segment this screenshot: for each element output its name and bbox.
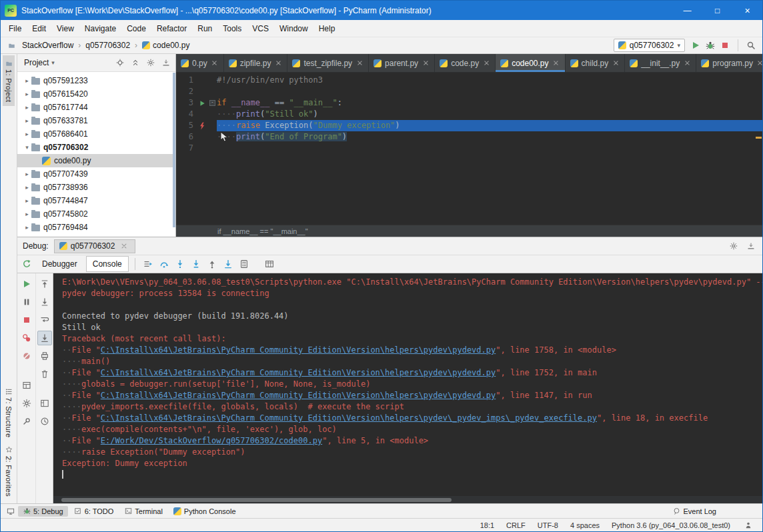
mute-breakpoints-button[interactable] [19,349,34,363]
chevron-down-icon[interactable]: ▾ [23,144,31,151]
chevron-right-icon[interactable]: ▸ [23,171,31,177]
code-text[interactable]: ····raise Exception("Dummy exception") [217,120,762,131]
chevron-right-icon[interactable]: ▸ [23,104,31,111]
tool-button-7-structure[interactable]: 7: Structure [3,383,15,441]
tree-item-q057769484[interactable]: ▸q057769484 [17,221,175,234]
down-stack-button[interactable] [37,295,52,309]
status-crlf[interactable]: CRLF [506,521,526,529]
tool-button-1-project[interactable]: 1: Project [3,55,15,106]
highlighting-level-icon[interactable] [742,519,754,531]
code-text[interactable] [217,143,762,154]
run-configuration-select[interactable]: q057706302 ▾ [614,39,685,52]
menu-edit[interactable]: Edit [27,21,51,36]
close-session-icon[interactable] [118,240,130,252]
view-table-button[interactable] [262,257,277,271]
menu-help[interactable]: Help [313,21,341,36]
project-scrollbar[interactable] [173,73,175,234]
step-over-button[interactable] [157,257,171,271]
tree-item-q057617744[interactable]: ▸q057617744 [17,101,175,114]
toolwindow-button-terminal[interactable]: Terminal [119,506,167,517]
locate-button[interactable] [114,57,126,69]
restore-layout-button[interactable] [19,378,34,393]
close-button[interactable]: × [732,1,762,20]
chevron-right-icon[interactable]: ▸ [23,77,31,84]
close-tab-icon[interactable] [683,59,691,67]
breadcrumb-item[interactable]: code00.py [139,39,192,51]
tree-item-q057707439[interactable]: ▸q057707439 [17,167,175,181]
menu-refactor[interactable]: Refactor [151,21,192,36]
tree-item-code00-py[interactable]: code00.py [17,154,175,167]
run-to-cursor-button[interactable] [221,257,235,271]
view-breakpoints-button[interactable] [19,331,34,345]
editor-tab-test-zipfile-py[interactable]: test_zipfile.py [287,54,369,72]
console-file-link[interactable]: C:\Install\x64\JetBrains\PyCharm Communi… [101,368,496,377]
run-line-icon[interactable] [196,97,208,109]
console-file-link[interactable]: C:\Install\x64\JetBrains\PyCharm Communi… [101,345,496,355]
up-stack-button[interactable] [37,277,52,291]
debug-session-tab[interactable]: q057706302 [54,239,136,253]
close-tab-icon[interactable] [355,59,363,67]
close-tab-icon[interactable] [274,59,282,67]
chevron-right-icon[interactable]: ▸ [23,197,31,204]
status-18-1[interactable]: 18:1 [480,521,494,529]
menu-file[interactable]: File [3,21,27,36]
stop-button[interactable] [718,38,732,53]
code-text[interactable] [217,86,762,97]
breadcrumb-scope[interactable]: if __name__ == "__main__" [217,227,308,235]
menu-view[interactable]: View [51,21,79,36]
editor-tab-code00-py[interactable]: code00.py [496,54,565,72]
evaluate-button[interactable] [237,257,251,271]
code-editor[interactable]: 1#!/usr/bin/env python323-if __name__ ==… [176,73,762,225]
tree-item-q057615420[interactable]: ▸q057615420 [17,87,175,101]
chevron-right-icon[interactable]: ▸ [23,131,31,137]
editor-tab-init-py[interactable]: __init__.py [625,54,696,72]
status-python-3-6-py-064-03-06-08-test0[interactable]: Python 3.6 (py_064_03.06.08_test0) [612,521,730,529]
run-button[interactable] [688,38,703,53]
layout-button[interactable] [37,396,52,411]
scroll-to-end-button[interactable] [37,331,52,345]
chevron-right-icon[interactable]: ▸ [23,224,31,231]
scrollbar-thumb[interactable] [173,73,175,227]
tree-item-q057591233[interactable]: ▸q057591233 [17,74,175,87]
menu-navigate[interactable]: Navigate [79,21,121,36]
editor-tab-child-py[interactable]: child.py [566,54,626,72]
close-tab-icon[interactable] [552,59,560,67]
console-file-link[interactable]: C:\Install\x64\JetBrains\PyCharm Communi… [101,413,597,423]
settings-button[interactable] [145,57,157,69]
tree-item-q057633781[interactable]: ▸q057633781 [17,114,175,127]
tree-item-q057738936[interactable]: ▸q057738936 [17,181,175,194]
code-text[interactable]: if __name__ == "__main__": [217,97,762,109]
chevron-right-icon[interactable]: ▸ [23,211,31,217]
collapse-all-button[interactable] [129,57,141,69]
debug-console[interactable]: E:\Work\Dev\VEnvs\py_064_03.06.08_test0\… [53,273,762,503]
menu-window[interactable]: Window [274,21,313,36]
console-file-link[interactable]: E:/Work/Dev/StackOverflow/q057706302/cod… [101,436,322,445]
breadcrumb-item[interactable]: q057706302 [83,39,133,51]
debug-tab-console[interactable]: Console [86,256,129,272]
editor-tab-code-py[interactable]: code.py [435,54,496,72]
rerun-button[interactable] [19,257,34,271]
console-file-link[interactable]: C:\Install\x64\JetBrains\PyCharm Communi… [101,391,496,400]
tool-window-switcher-icon[interactable] [5,505,17,517]
step-out-button[interactable] [205,257,219,271]
code-text[interactable]: ····print("Still ok") [217,109,762,120]
console-horizontal-scrollbar[interactable] [53,496,762,503]
hide-button[interactable] [745,240,757,252]
stop-button[interactable] [19,313,34,327]
breadcrumb-item[interactable]: StackOverflow [19,39,76,51]
tool-button-2-favorites[interactable]: 2: Favorites [3,442,15,501]
clear-button[interactable] [37,367,52,381]
search-everywhere-icon[interactable] [744,38,758,53]
minimize-button[interactable]: — [672,1,702,20]
chevron-right-icon[interactable]: ▸ [23,91,31,97]
tree-item-q057744847[interactable]: ▸q057744847 [17,194,175,207]
chevron-down-icon[interactable]: ▾ [51,59,55,66]
close-tab-icon[interactable] [422,59,430,67]
toolwindow-button-5-debug[interactable]: 5: Debug [18,506,68,517]
print-button[interactable] [37,349,52,363]
debug-tab-debugger[interactable]: Debugger [36,257,83,271]
tree-item-q057706302[interactable]: ▾q057706302 [17,141,175,154]
menu-code[interactable]: Code [121,21,151,36]
tree-item-q057745802[interactable]: ▸q057745802 [17,207,175,221]
chevron-right-icon[interactable]: ▸ [23,117,31,124]
